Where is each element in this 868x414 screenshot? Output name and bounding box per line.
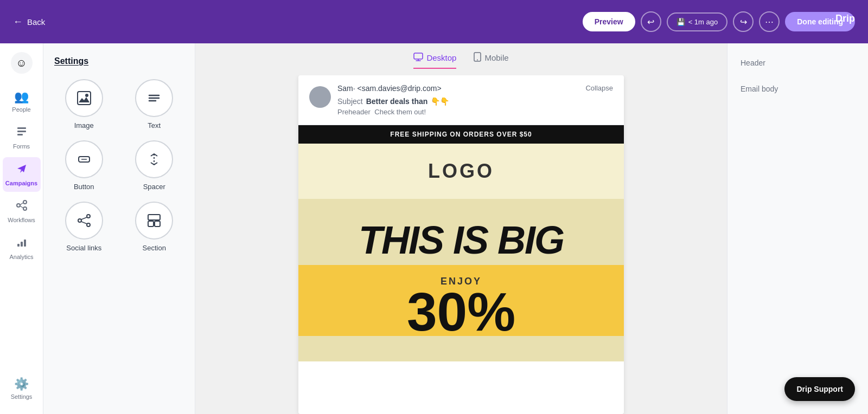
people-icon: 👥: [14, 90, 29, 104]
preheader-label: Preheader: [337, 108, 371, 116]
svg-line-23: [81, 222, 87, 224]
svg-rect-2: [17, 134, 23, 135]
email-card: Sam· <sam.davies@drip.com> Subject Bette…: [298, 75, 624, 414]
block-image[interactable]: Image: [54, 79, 114, 130]
email-meta: Sam· <sam.davies@drip.com> Subject Bette…: [337, 84, 449, 116]
undo-icon: ↩: [647, 17, 654, 27]
text-block-label: Text: [148, 121, 161, 130]
forms-icon: [16, 126, 28, 141]
desktop-tab[interactable]: Desktop: [413, 52, 456, 69]
subject-emojis: 👇👇: [431, 97, 449, 106]
logo-text: LOGO: [315, 160, 608, 183]
workflows-icon: [16, 199, 28, 215]
top-bar-actions: Preview ↩ 💾 < 1m ago ↪ ⋯ Done editing: [583, 11, 855, 32]
svg-rect-0: [17, 127, 26, 129]
svg-line-7: [20, 206, 23, 208]
mobile-tab[interactable]: Mobile: [474, 52, 508, 69]
email-banner: FREE SHIPPING ON ORDERS OVER $50: [298, 125, 624, 144]
svg-point-20: [87, 223, 90, 227]
image-block-label: Image: [74, 121, 94, 130]
preview-button[interactable]: Preview: [583, 12, 635, 31]
email-body-label[interactable]: Email body: [736, 80, 859, 98]
sidebar-label-workflows: Workflows: [8, 217, 35, 223]
hero-percent-text: 30%: [315, 287, 608, 336]
preheader-text: Check them out!: [374, 108, 426, 116]
app-logo: ☺: [11, 52, 33, 74]
svg-line-6: [20, 203, 23, 205]
back-button[interactable]: ← Back: [13, 16, 45, 28]
back-label: Back: [27, 17, 45, 27]
sidebar-item-campaigns[interactable]: Campaigns: [3, 157, 41, 192]
block-social[interactable]: Social links: [54, 202, 114, 252]
sidebar-item-analytics[interactable]: Analytics: [3, 231, 41, 266]
analytics-icon: [16, 236, 28, 251]
svg-rect-10: [24, 240, 26, 247]
subject-label: Subject: [337, 97, 363, 106]
settings-panel: Settings Image Text Button: [43, 43, 195, 414]
text-block-icon: [135, 79, 173, 117]
block-section[interactable]: Section: [125, 202, 184, 252]
sidebar-item-people[interactable]: 👥 People: [3, 85, 41, 118]
sender-avatar: [309, 86, 331, 108]
hero-big-text: THIS IS BIG: [315, 221, 608, 260]
section-block-label: Section: [143, 244, 166, 252]
sidebar-bottom: ⚙️ Settings: [3, 372, 41, 405]
collapse-button[interactable]: Collapse: [585, 84, 613, 92]
campaigns-icon: [16, 163, 28, 178]
mobile-tab-label: Mobile: [484, 53, 508, 62]
center-preview: Desktop Mobile Sam· <sam.davies@drip.com…: [195, 43, 727, 414]
redo-button[interactable]: ↪: [733, 11, 754, 32]
sidebar-item-forms[interactable]: Forms: [3, 120, 41, 155]
right-panel: Header Email body: [727, 43, 868, 414]
save-button[interactable]: 💾 < 1m ago: [667, 12, 728, 31]
svg-line-22: [81, 217, 87, 219]
undo-button[interactable]: ↩: [641, 11, 661, 32]
desktop-icon: [413, 52, 423, 63]
spacer-block-icon: [135, 140, 173, 178]
section-block-icon: [135, 202, 173, 240]
block-text[interactable]: Text: [125, 79, 184, 130]
svg-point-21: [78, 219, 81, 222]
desktop-tab-label: Desktop: [426, 53, 456, 62]
image-block-icon: [65, 79, 103, 117]
save-disk-icon: 💾: [676, 18, 685, 26]
top-bar: ← Back Preview ↩ 💾 < 1m ago ↪ ⋯ Done edi…: [0, 0, 868, 43]
svg-rect-12: [78, 92, 91, 105]
block-button[interactable]: Button: [54, 140, 114, 191]
more-icon: ⋯: [765, 17, 774, 27]
save-label: < 1m ago: [688, 18, 718, 26]
email-header-info: Sam· <sam.davies@drip.com> Subject Bette…: [298, 75, 624, 125]
button-block-label: Button: [74, 183, 94, 191]
header-section-label[interactable]: Header: [736, 54, 859, 72]
subject-text: Better deals than: [366, 97, 428, 106]
sidebar-label-campaigns: Campaigns: [5, 180, 37, 186]
email-logo-section: LOGO: [298, 144, 624, 199]
settings-icon: ⚙️: [14, 377, 29, 391]
back-arrow-icon: ←: [13, 16, 23, 28]
redo-icon: ↪: [740, 17, 747, 27]
sidebar-label-people: People: [12, 106, 30, 113]
svg-point-11: [85, 94, 88, 97]
email-subject-row: Subject Better deals than 👇👇: [337, 97, 449, 106]
svg-rect-1: [17, 131, 26, 132]
email-sender-row: Sam· <sam.davies@drip.com> Subject Bette…: [309, 84, 449, 116]
email-preview-container: Sam· <sam.davies@drip.com> Subject Bette…: [195, 75, 727, 414]
sidebar-label-analytics: Analytics: [9, 254, 33, 260]
svg-point-31: [477, 60, 478, 61]
view-toggle: Desktop Mobile: [195, 43, 727, 75]
social-block-icon: [65, 202, 103, 240]
sidebar-item-workflows[interactable]: Workflows: [3, 194, 41, 229]
button-block-icon: [65, 140, 103, 178]
svg-rect-25: [148, 221, 154, 227]
left-sidebar: ☺ 👥 People Forms Campaigns Workflows: [0, 43, 43, 414]
sidebar-label-forms: Forms: [13, 143, 30, 150]
drip-support-button[interactable]: Drip Support: [784, 377, 855, 401]
sidebar-label-settings: Settings: [11, 393, 33, 400]
svg-rect-8: [17, 244, 20, 247]
svg-point-19: [87, 215, 90, 218]
sidebar-item-settings[interactable]: ⚙️ Settings: [3, 372, 41, 405]
more-button[interactable]: ⋯: [759, 11, 780, 32]
logo-icon: ☺: [16, 57, 27, 69]
svg-rect-24: [148, 215, 160, 220]
block-spacer[interactable]: Spacer: [125, 140, 184, 191]
